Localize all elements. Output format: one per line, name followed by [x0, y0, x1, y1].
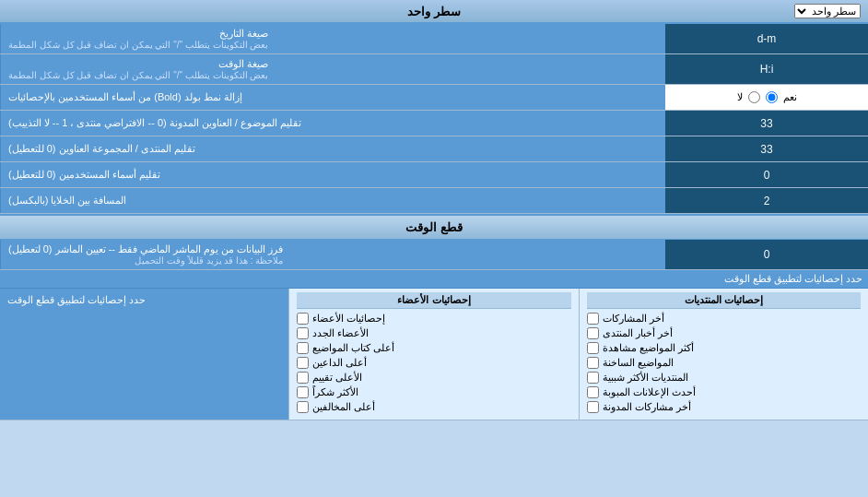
forum-trim-input-container [665, 136, 868, 161]
bold-radio-container: نعم لا [665, 85, 868, 110]
cb-top-violators[interactable] [297, 401, 309, 413]
username-trim-input[interactable] [671, 169, 862, 182]
date-format-row: صيغة التاريخ بعض التكوينات يتطلب "/" الت… [0, 24, 868, 54]
cb-latest-ads[interactable] [587, 386, 599, 398]
time-cut-input-container [665, 240, 868, 269]
cb-most-thanked[interactable] [297, 386, 309, 398]
title-trim-input[interactable] [671, 117, 862, 130]
cell-spacing-input-container [665, 188, 868, 213]
radio-no-label: لا [737, 91, 743, 103]
date-format-label: صيغة التاريخ بعض التكوينات يتطلب "/" الت… [0, 24, 665, 53]
col-members: إحصائيات الأعضاء إحصائيات الأعضاء الأعضا… [288, 289, 578, 420]
cb-item: أعلى كتاب المواضيع [297, 342, 570, 354]
cb-item: الأكثر شكراً [297, 386, 570, 398]
title-trim-input-container [665, 111, 868, 136]
cb-item: أخر المشاركات [587, 313, 861, 325]
cell-spacing-label: المسافة بين الخلايا (بالبكسل) [0, 188, 665, 213]
col-forums: إحصائيات المنتديات أخر المشاركات أخر أخب… [579, 289, 868, 420]
time-format-row: صيغة الوقت بعض التكوينات يتطلب "/" التي … [0, 54, 868, 85]
date-format-input-container [665, 24, 868, 53]
cb-hot-topics[interactable] [587, 357, 599, 369]
cb-item: الأعلى تقييم [297, 372, 570, 384]
username-trim-label: تقليم أسماء المستخدمين (0 للتعطيل) [0, 162, 665, 187]
checkboxes-section-label: حدد إحصائيات لتطبيق قطع الوقت [7, 294, 146, 306]
forum-trim-input[interactable] [671, 143, 862, 156]
cb-last-blog[interactable] [587, 401, 599, 413]
cb-item: المنتديات الأكثر شببية [587, 372, 861, 384]
cb-top-rated[interactable] [297, 372, 309, 384]
cb-item: أخر مشاركات المدونة [587, 401, 861, 413]
time-cut-section-header: قطع الوقت [0, 214, 868, 240]
page-header: سطر واحد سطر واحد سطرين ثلاثة أسطر [0, 0, 868, 24]
cb-member-stats[interactable] [297, 313, 309, 325]
cb-last-posts[interactable] [587, 313, 599, 325]
time-cut-input[interactable] [671, 248, 862, 261]
cb-most-viewed[interactable] [587, 342, 599, 354]
cb-item: أخر أخبار المنتدى [587, 327, 861, 339]
date-format-input[interactable] [671, 32, 862, 45]
bold-remove-label: إزالة نمط بولد (Bold) من أسماء المستخدمي… [0, 85, 665, 110]
cb-item: أعلى الداعين [297, 357, 570, 369]
cb-item: الأعضاء الجدد [297, 327, 570, 339]
cb-item: أعلى المخالفين [297, 401, 570, 413]
checkboxes-row: حدد إحصائيات لتطبيق قطع الوقت إحصائيات ا… [0, 270, 868, 420]
radio-yes-label: نعم [783, 91, 797, 103]
time-cut-label: فرز البيانات من يوم الماشر الماضي فقط --… [0, 240, 665, 269]
time-format-input[interactable] [671, 63, 862, 76]
col-forums-header: إحصائيات المنتديات [587, 292, 861, 309]
cb-item: أحدث الإعلانات المبوبة [587, 386, 861, 398]
forum-trim-label: تقليم المنتدى / المجموعة العناوين (0 للت… [0, 136, 665, 161]
cb-new-members[interactable] [297, 327, 309, 339]
time-cut-value-row: فرز البيانات من يوم الماشر الماضي فقط --… [0, 240, 868, 270]
title-trim-label: تقليم الموضوع / العناوين المدونة (0 -- ا… [0, 111, 665, 136]
header-title: سطر واحد [407, 5, 461, 18]
checkboxes-title: حدد إحصائيات لتطبيق قطع الوقت [0, 270, 868, 289]
username-trim-row: تقليم أسماء المستخدمين (0 للتعطيل) [0, 162, 868, 188]
col-members-header: إحصائيات الأعضاء [297, 292, 570, 309]
cb-last-news[interactable] [587, 327, 599, 339]
cb-top-posters[interactable] [297, 342, 309, 354]
time-format-input-container [665, 54, 868, 84]
cb-item: إحصائيات الأعضاء [297, 313, 570, 325]
cb-popular-forums[interactable] [587, 372, 599, 384]
username-trim-input-container [665, 162, 868, 187]
title-trim-row: تقليم الموضوع / العناوين المدونة (0 -- ا… [0, 111, 868, 136]
col-right-label: حدد إحصائيات لتطبيق قطع الوقت [0, 289, 288, 420]
radio-yes[interactable] [766, 91, 778, 103]
checkboxes-grid: إحصائيات المنتديات أخر المشاركات أخر أخب… [0, 289, 868, 420]
time-format-label: صيغة الوقت بعض التكوينات يتطلب "/" التي … [0, 54, 665, 84]
cell-spacing-input[interactable] [671, 195, 862, 207]
cell-spacing-row: المسافة بين الخلايا (بالبكسل) [0, 188, 868, 214]
cb-item: أكثر المواضيع مشاهدة [587, 342, 861, 354]
lines-dropdown[interactable]: سطر واحد سطرين ثلاثة أسطر [794, 4, 861, 18]
cb-top-referrers[interactable] [297, 357, 309, 369]
forum-trim-row: تقليم المنتدى / المجموعة العناوين (0 للت… [0, 136, 868, 162]
cb-item: المواضيع الساخنة [587, 357, 861, 369]
radio-no[interactable] [748, 91, 760, 103]
bold-remove-row: نعم لا إزالة نمط بولد (Bold) من أسماء ال… [0, 85, 868, 111]
